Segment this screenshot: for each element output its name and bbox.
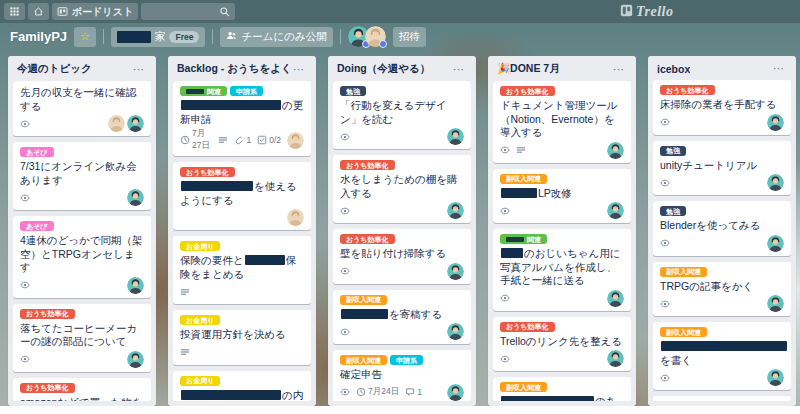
board-list-button[interactable]: ボードリスト [52, 3, 138, 20]
card[interactable]: 関連のおじいちゃん用に写真アルバムを作成し、手紙と一緒に送る [493, 229, 631, 311]
card[interactable]: 先月の収支を一緒に確認する [13, 81, 151, 136]
card-label-text: 勉強 [666, 147, 680, 154]
card[interactable]: お金周りの内訳を見直す10/2 [173, 371, 311, 402]
card-title: 投資運用方針を決める [180, 328, 304, 342]
member-avatar [447, 263, 464, 280]
star-button[interactable]: ☆ [74, 27, 96, 47]
badge-text: 7月24日 [368, 386, 399, 398]
eye-badge [20, 280, 30, 290]
home-button[interactable] [28, 3, 49, 20]
list-menu-button[interactable]: ⋯ [611, 63, 627, 76]
member-avatar [447, 384, 464, 401]
eye-badge [660, 299, 670, 309]
list-header: Backlog - おうちをよくするPJ⋯ [173, 60, 311, 81]
team-button[interactable]: 家 Free [111, 27, 205, 47]
card-label-text: お金周り [186, 243, 214, 250]
card[interactable]: お金周り保険の要件と保険をまとめる [173, 236, 311, 304]
card-label-text: あそび [26, 223, 48, 230]
list-menu-button[interactable]: ⋯ [291, 63, 307, 76]
card-members [447, 384, 464, 401]
card-label-text: 副収入関連 [506, 175, 541, 182]
card-labels: お金周り [180, 315, 304, 325]
card[interactable]: おうち効率化落ちてたコーヒーメーカーの謎の部品について [13, 304, 151, 372]
card[interactable]: 勉強Andoroid、iOSアプリのプログラミング、リリース [653, 396, 791, 401]
list-menu-button[interactable]: ⋯ [131, 63, 147, 76]
card-label: おうち効率化 [180, 167, 235, 177]
eye-badge [660, 178, 670, 188]
card[interactable]: お金周り投資運用方針を決める [173, 310, 311, 365]
card[interactable]: 副収入関連TRPGの記事をかく [653, 262, 791, 317]
card[interactable]: 勉強unityチュートリアル [653, 141, 791, 196]
clock-badge: 7月27日 [180, 128, 212, 152]
eye-badge [340, 266, 350, 276]
description-icon [180, 287, 190, 297]
redacted-text [181, 181, 253, 191]
card[interactable]: あそび4連休のどっかで同期（架空）とTRPGオンセします [13, 216, 151, 298]
card[interactable]: おうち効率化Trelloのリンク先を整える [493, 317, 631, 372]
card[interactable]: おうち効率化amazonなどで買った物をslackに自動で通知させたい1 [13, 378, 151, 402]
invite-button[interactable]: 招待 [393, 27, 426, 47]
card[interactable]: 副収入関連のあらすじをかく [493, 377, 631, 401]
list-title: Doing（今週やる） [337, 62, 430, 76]
search-icon [219, 3, 230, 21]
member-avatar[interactable] [365, 26, 386, 47]
card-label-text: おうち効率化 [346, 236, 389, 243]
card-label: 勉強 [660, 146, 686, 156]
search-box[interactable] [141, 3, 235, 20]
card-label-text: 副収入関連 [346, 357, 381, 364]
visibility-button[interactable]: チームにのみ公開 [220, 27, 332, 47]
card[interactable]: 副収入関連申請系確定申告7月24日1 [333, 350, 471, 401]
card-title: 4連休のどっかで同期（架空）とTRPGオンセします [20, 234, 144, 275]
eye-badge [500, 145, 510, 155]
card-badges [660, 235, 784, 252]
card-badges [500, 202, 624, 219]
list-menu-button[interactable]: ⋯ [771, 62, 787, 75]
card-title: を使えるようにする [180, 180, 304, 207]
card-labels: 関連 [500, 234, 624, 244]
eye-icon [340, 206, 350, 216]
list-menu-button[interactable]: ⋯ [451, 63, 467, 76]
board-members [348, 26, 386, 47]
card-label: 関連 [500, 234, 547, 244]
eye-badge [340, 327, 350, 337]
member-avatar [447, 128, 464, 145]
eye-icon [660, 117, 670, 127]
card-label: お金周り [180, 376, 220, 386]
card[interactable]: おうち効率化壁を貼り付け掃除する [333, 229, 471, 284]
card-title: TRPGの記事をかく [660, 280, 784, 294]
list-title: icebox [657, 63, 690, 75]
card-label-text: おうち効率化 [506, 323, 549, 330]
card-title: Trelloのリンク先を整える [500, 335, 624, 349]
badge-text: 1 [417, 387, 422, 397]
card[interactable]: 関連申請系の更新申請7月27日10/2 [173, 81, 311, 156]
apps-grid-button[interactable] [4, 3, 25, 20]
card[interactable]: あそび7/31にオンライン飲み会あります [13, 142, 151, 210]
eye-badge [20, 354, 30, 364]
search-input[interactable] [146, 5, 219, 18]
member-avatar [607, 350, 624, 367]
card-title: 「行動を変えるデザイン」を読む [340, 99, 464, 126]
card-label-text: 副収入関連 [666, 268, 701, 275]
card[interactable]: 勉強Blenderを使ってみる [653, 201, 791, 256]
redacted-label-text [506, 237, 524, 242]
card-label-text: おうち効率化 [26, 384, 69, 391]
card[interactable]: 副収入関連を寄稿する [333, 290, 471, 345]
card[interactable]: おうち効率化を使えるようにする [173, 162, 311, 230]
card-title: 7/31にオンライン飲み会あります [20, 160, 144, 187]
card[interactable]: 副収入関連を書く [653, 322, 791, 390]
card[interactable]: おうち効率化床掃除の業者を手配する [653, 80, 791, 135]
card[interactable]: おうち効率化水をしまうための棚を購入する [333, 155, 471, 223]
card-label: お金周り [180, 315, 220, 325]
card-label-text: 関連 [207, 88, 221, 95]
card[interactable]: 勉強「行動を変えるデザイン」を読む [333, 81, 471, 149]
card[interactable]: おうち効率化ドキュメント管理ツール（Notion、Evernote）を導入する [493, 81, 631, 163]
card-title: 先月の収支を一緒に確認する [20, 86, 144, 113]
header-divider [340, 29, 341, 44]
card-label: あそび [20, 221, 54, 231]
card-badges [660, 114, 784, 131]
card-badges: 7月27日10/2 [180, 128, 304, 152]
checklist-icon [257, 135, 267, 145]
card[interactable]: 副収入関連LP改修 [493, 169, 631, 224]
card-badges [500, 350, 624, 367]
card-stack: 勉強「行動を変えるデザイン」を読むおうち効率化水をしまうための棚を購入するおうち… [333, 81, 471, 401]
